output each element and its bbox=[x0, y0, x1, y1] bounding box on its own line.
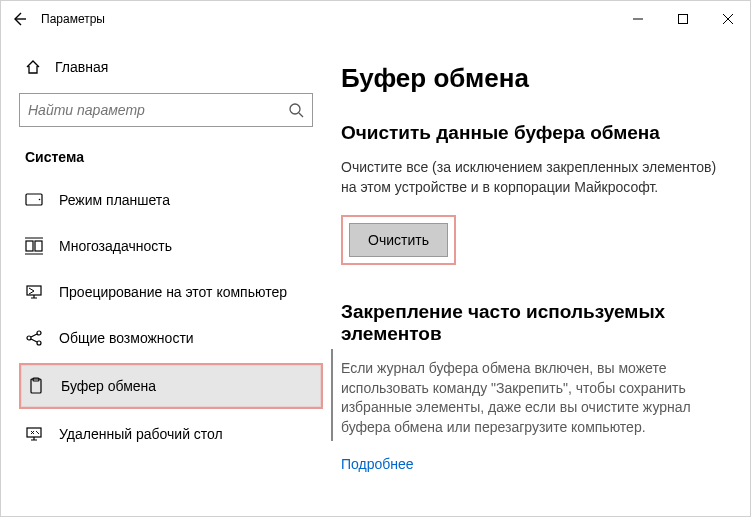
clear-button-highlight: Очистить bbox=[341, 215, 456, 265]
sidebar-item-label: Многозадачность bbox=[59, 238, 172, 254]
sidebar-item-label: Удаленный рабочий стол bbox=[59, 426, 223, 442]
search-input[interactable] bbox=[28, 102, 288, 118]
svg-point-8 bbox=[37, 331, 41, 335]
home-nav[interactable]: Главная bbox=[19, 49, 323, 85]
svg-rect-4 bbox=[26, 241, 33, 251]
sidebar-item-label: Общие возможности bbox=[59, 330, 194, 346]
maximize-button[interactable] bbox=[660, 4, 705, 34]
scroll-indicator[interactable] bbox=[331, 349, 333, 441]
svg-rect-0 bbox=[678, 15, 687, 24]
content-area: Буфер обмена Очистить данные буфера обме… bbox=[331, 37, 750, 516]
title-bar: Параметры bbox=[1, 1, 750, 37]
sidebar-item-multitask[interactable]: Многозадачность bbox=[19, 225, 323, 267]
search-icon bbox=[288, 102, 304, 118]
nav-heading: Система bbox=[19, 141, 323, 179]
sidebar-item-label: Режим планшета bbox=[59, 192, 170, 208]
home-icon bbox=[25, 59, 41, 75]
section-pin-title: Закрепление часто используемых элементов bbox=[341, 301, 720, 345]
projecting-icon bbox=[25, 283, 43, 301]
multitask-icon bbox=[25, 237, 43, 255]
svg-point-7 bbox=[27, 336, 31, 340]
sidebar-item-clipboard[interactable]: Буфер обмена bbox=[19, 363, 323, 409]
section-pin-body: Если журнал буфера обмена включен, вы мо… bbox=[341, 359, 720, 437]
svg-point-9 bbox=[37, 341, 41, 345]
sidebar-item-shared[interactable]: Общие возможности bbox=[19, 317, 323, 359]
section-clear-title: Очистить данные буфера обмена bbox=[341, 122, 720, 144]
svg-point-1 bbox=[290, 104, 300, 114]
search-box[interactable] bbox=[19, 93, 313, 127]
sidebar-item-tablet-mode[interactable]: Режим планшета bbox=[19, 179, 323, 221]
sidebar-item-label: Проецирование на этот компьютер bbox=[59, 284, 287, 300]
svg-rect-12 bbox=[27, 428, 41, 437]
sidebar-item-projecting[interactable]: Проецирование на этот компьютер bbox=[19, 271, 323, 313]
close-button[interactable] bbox=[705, 4, 750, 34]
learn-more-link[interactable]: Подробнее bbox=[341, 456, 414, 472]
home-label: Главная bbox=[55, 59, 108, 75]
window-title: Параметры bbox=[41, 12, 105, 26]
minimize-button[interactable] bbox=[615, 4, 660, 34]
svg-rect-5 bbox=[35, 241, 42, 251]
tablet-icon bbox=[25, 191, 43, 209]
clear-button[interactable]: Очистить bbox=[349, 223, 448, 257]
section-clear-body: Очистите все (за исключением закрепленны… bbox=[341, 158, 720, 197]
svg-point-3 bbox=[39, 199, 41, 201]
remote-desktop-icon bbox=[25, 425, 43, 443]
sidebar-item-label: Буфер обмена bbox=[61, 378, 156, 394]
clipboard-icon bbox=[27, 377, 45, 395]
back-button[interactable] bbox=[11, 11, 27, 27]
sidebar-item-remote-desktop[interactable]: Удаленный рабочий стол bbox=[19, 413, 323, 455]
sidebar: Главная Система Режим планшета Много bbox=[1, 37, 331, 516]
page-title: Буфер обмена bbox=[341, 63, 720, 94]
shared-icon bbox=[25, 329, 43, 347]
